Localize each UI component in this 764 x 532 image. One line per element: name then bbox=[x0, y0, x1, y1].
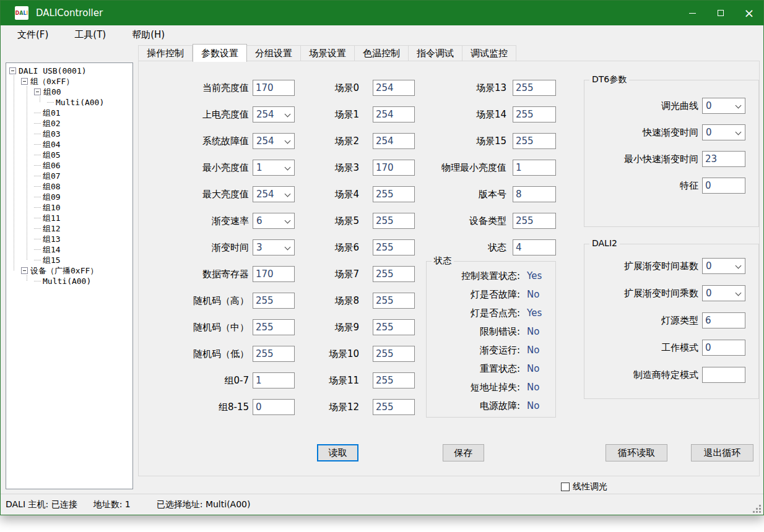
tree-node-group[interactable]: 组05 bbox=[6, 150, 132, 160]
param-input[interactable] bbox=[253, 293, 295, 309]
param-input[interactable] bbox=[702, 151, 745, 167]
collapse-minus-icon[interactable] bbox=[21, 267, 28, 274]
scene-input[interactable] bbox=[373, 213, 415, 229]
linear-dimming-checkbox[interactable] bbox=[561, 483, 570, 491]
param-input[interactable] bbox=[253, 346, 295, 362]
tree-node-group[interactable]: 组03 bbox=[6, 129, 132, 139]
read-button[interactable]: 读取 bbox=[317, 444, 358, 461]
chevron-down-icon[interactable] bbox=[283, 242, 293, 252]
param-row: 版本号 bbox=[410, 186, 556, 202]
exit-loop-button[interactable]: 退出循环 bbox=[691, 444, 753, 461]
scene-input[interactable] bbox=[373, 80, 415, 96]
tab-operation-control[interactable]: 操作控制 bbox=[138, 45, 193, 61]
param-input[interactable] bbox=[702, 312, 745, 328]
param-input[interactable] bbox=[253, 266, 295, 282]
tree-node-device-root[interactable]: 设备（广播0xFF） bbox=[6, 265, 132, 276]
resize-grip-icon[interactable] bbox=[752, 504, 761, 513]
param-input[interactable] bbox=[253, 80, 295, 96]
param-input[interactable] bbox=[513, 239, 556, 255]
save-button[interactable]: 保存 bbox=[443, 444, 484, 461]
scene-label: 场景2 bbox=[307, 135, 359, 147]
param-input[interactable] bbox=[702, 178, 745, 194]
param-input[interactable] bbox=[513, 80, 556, 96]
chevron-down-icon[interactable] bbox=[734, 288, 744, 298]
param-combobox[interactable]: 3 bbox=[253, 239, 295, 255]
scene-input[interactable] bbox=[373, 186, 415, 202]
minimize-button[interactable] bbox=[678, 1, 706, 25]
status-value: No bbox=[527, 289, 539, 300]
collapse-minus-icon[interactable] bbox=[21, 78, 28, 85]
param-input[interactable] bbox=[513, 133, 556, 149]
maximize-button[interactable] bbox=[706, 1, 735, 25]
chevron-down-icon[interactable] bbox=[734, 101, 744, 111]
tree-node-group[interactable]: 组01 bbox=[6, 108, 132, 118]
tree-node-label: Multi(A00) bbox=[56, 97, 104, 108]
tab-scene-settings[interactable]: 场景设置 bbox=[301, 45, 355, 61]
param-combobox[interactable]: 6 bbox=[253, 213, 295, 229]
chevron-down-icon[interactable] bbox=[734, 127, 744, 137]
tree-node-group[interactable]: 组09 bbox=[6, 192, 132, 202]
tree-node-group[interactable]: 组06 bbox=[6, 160, 132, 171]
param-input[interactable] bbox=[513, 186, 556, 202]
chevron-down-icon[interactable] bbox=[734, 261, 744, 271]
chevron-down-icon[interactable] bbox=[283, 216, 293, 226]
tree-node-group-root[interactable]: 组（0xFF） bbox=[6, 76, 132, 87]
menu-file[interactable]: 文件(F) bbox=[12, 27, 53, 43]
param-combobox[interactable]: 254 bbox=[253, 106, 295, 122]
menu-help[interactable]: 帮助(H) bbox=[127, 27, 170, 43]
param-input[interactable] bbox=[253, 399, 295, 415]
param-input[interactable] bbox=[513, 213, 556, 229]
tree-node-group[interactable]: 组10 bbox=[6, 202, 132, 213]
tab-color-temp-control[interactable]: 色温控制 bbox=[355, 45, 409, 61]
tab-debug-monitor[interactable]: 调试监控 bbox=[462, 45, 516, 61]
collapse-minus-icon[interactable] bbox=[34, 88, 41, 95]
scene-input[interactable] bbox=[373, 346, 415, 362]
loop-read-button[interactable]: 循环读取 bbox=[606, 444, 667, 461]
param-combobox[interactable]: 0 bbox=[702, 98, 745, 114]
tab-grouping-settings[interactable]: 分组设置 bbox=[247, 45, 301, 61]
tree-node-root[interactable]: DALI USB(0001) bbox=[6, 66, 132, 76]
param-combobox[interactable]: 254 bbox=[253, 133, 295, 149]
scene-input[interactable] bbox=[373, 106, 415, 122]
tree-node-group[interactable]: 组08 bbox=[6, 181, 132, 192]
tree-node-group[interactable]: 组14 bbox=[6, 244, 132, 255]
tree-node-group[interactable]: 组02 bbox=[6, 118, 132, 129]
tree-node-group[interactable]: 组12 bbox=[6, 223, 132, 234]
scene-input[interactable] bbox=[373, 239, 415, 255]
scene-input[interactable] bbox=[373, 319, 415, 335]
scene-input[interactable] bbox=[373, 160, 415, 176]
tree-node-group[interactable]: 组07 bbox=[6, 171, 132, 181]
chevron-down-icon[interactable] bbox=[283, 136, 293, 146]
chevron-down-icon[interactable] bbox=[283, 163, 293, 173]
scene-input[interactable] bbox=[373, 133, 415, 149]
tree-node-multi-a00[interactable]: Multi(A00) bbox=[6, 97, 132, 108]
tab-parameter-settings[interactable]: 参数设置 bbox=[193, 44, 247, 62]
menu-tools[interactable]: 工具(T) bbox=[69, 27, 111, 43]
tree-node-group[interactable]: 组15 bbox=[6, 255, 132, 265]
close-button[interactable]: × bbox=[735, 1, 763, 25]
tab-command-debug[interactable]: 指令调试 bbox=[409, 45, 462, 61]
param-input[interactable] bbox=[253, 319, 295, 335]
tree-node-group[interactable]: 组04 bbox=[6, 139, 132, 150]
scene-input[interactable] bbox=[373, 372, 415, 388]
scene-input[interactable] bbox=[373, 293, 415, 309]
chevron-down-icon[interactable] bbox=[283, 109, 293, 119]
param-input[interactable] bbox=[702, 340, 745, 356]
param-combobox[interactable]: 1 bbox=[253, 160, 295, 176]
scene-input[interactable] bbox=[373, 266, 415, 282]
param-input[interactable] bbox=[253, 372, 295, 388]
collapse-minus-icon[interactable] bbox=[9, 67, 16, 74]
scene-input[interactable] bbox=[373, 399, 415, 415]
tree-node-device-multi-a00[interactable]: Multi(A00) bbox=[6, 276, 132, 286]
param-input[interactable] bbox=[702, 367, 745, 383]
tree-node-group[interactable]: 组13 bbox=[6, 234, 132, 244]
tree-node-group[interactable]: 组11 bbox=[6, 213, 132, 223]
param-combobox[interactable]: 0 bbox=[702, 285, 745, 301]
param-combobox[interactable]: 0 bbox=[702, 258, 745, 274]
param-input[interactable] bbox=[513, 160, 556, 176]
chevron-down-icon[interactable] bbox=[283, 189, 293, 199]
param-combobox[interactable]: 0 bbox=[702, 124, 745, 140]
param-combobox[interactable]: 254 bbox=[253, 186, 295, 202]
param-input[interactable] bbox=[513, 106, 556, 122]
tree-node-group00[interactable]: 组00 bbox=[6, 87, 132, 97]
